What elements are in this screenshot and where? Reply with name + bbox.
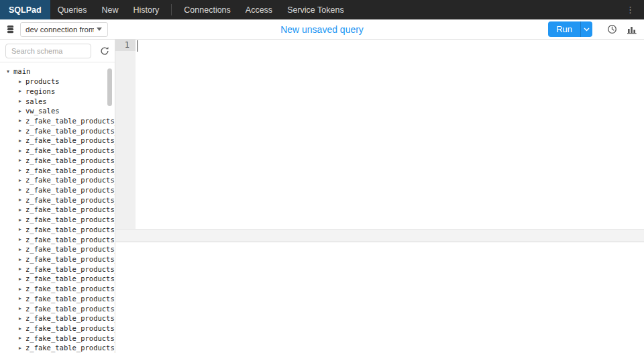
main-pane: 1: [115, 40, 644, 353]
tree-node-table[interactable]: ▸z_fake_table_products_105: [0, 195, 115, 205]
tree-node-table[interactable]: ▸z_fake_table_products_101: [0, 155, 115, 165]
tree-node-table[interactable]: ▸z_fake_table_products_107: [0, 215, 115, 225]
nav-item-history[interactable]: History: [125, 0, 166, 19]
tree-node-table[interactable]: ▸z_fake_table_products_102: [0, 165, 115, 175]
chevron-collapsed-icon[interactable]: ▸: [19, 207, 25, 213]
tree-node-schema[interactable]: ▾ main: [0, 66, 115, 77]
kebab-menu-icon[interactable]: ⋮: [616, 0, 644, 19]
bar-chart-icon: [627, 25, 637, 34]
table-name: z_fake_table_products_109: [25, 236, 115, 244]
chevron-collapsed-icon[interactable]: ▸: [19, 88, 25, 94]
tree-node-table[interactable]: ▸z_fake_table_products_115: [0, 303, 115, 313]
chevron-collapsed-icon[interactable]: ▸: [19, 266, 25, 272]
chevron-collapsed-icon[interactable]: ▸: [19, 256, 25, 262]
schema-tree-list: ▾ main: [0, 66, 115, 77]
table-name: z_fake_table_products_0: [25, 117, 115, 125]
chevron-collapsed-icon[interactable]: ▸: [19, 157, 25, 163]
table-name: z_fake_table_products_107: [25, 215, 115, 223]
tree-node-table[interactable]: ▸z_fake_table_products_10: [0, 136, 115, 146]
search-schema-input[interactable]: [5, 44, 91, 58]
tree-node-table[interactable]: ▸z_fake_table_products_104: [0, 185, 115, 195]
editor-text-area[interactable]: [136, 40, 644, 229]
chevron-collapsed-icon[interactable]: ▸: [19, 295, 25, 301]
table-name: z_fake_table_products_118: [25, 334, 115, 342]
tree-node-table[interactable]: ▸z_fake_table_products_109: [0, 234, 115, 244]
schema-sidebar: ▾ main ▸products▸regions▸sales▸vw_sales▸…: [0, 40, 115, 353]
tree-node-table[interactable]: ▸z_fake_table_products_112: [0, 274, 115, 284]
editor-results-splitter[interactable]: [115, 229, 644, 242]
tree-node-table[interactable]: ▸z_fake_table_products_0: [0, 116, 115, 126]
table-name: z_fake_table_products_112: [25, 274, 115, 283]
table-name: z_fake_table_products_119: [25, 344, 115, 352]
run-dropdown-button[interactable]: [580, 21, 592, 37]
tree-node-table[interactable]: ▸z_fake_table_products_116: [0, 313, 115, 323]
tree-node-table[interactable]: ▸z_fake_table_products_113: [0, 284, 115, 294]
chevron-collapsed-icon[interactable]: ▸: [19, 98, 25, 104]
chevron-collapsed-icon[interactable]: ▸: [19, 177, 25, 183]
query-history-button[interactable]: [607, 24, 617, 34]
table-name: vw_sales: [25, 107, 60, 115]
chevron-collapsed-icon[interactable]: ▸: [19, 315, 25, 321]
chevron-collapsed-icon[interactable]: ▸: [19, 345, 25, 351]
run-button[interactable]: Run: [548, 21, 580, 37]
table-name: z_fake_table_products_105: [25, 196, 115, 204]
schema-name: main: [13, 67, 30, 75]
tree-node-table[interactable]: ▸z_fake_table_products_100: [0, 146, 115, 156]
tree-node-table[interactable]: ▸z_fake_table_products_118: [0, 333, 115, 343]
tree-node-table[interactable]: ▸vw_sales: [0, 106, 115, 116]
tree-node-table[interactable]: ▸z_fake_table_products_1: [0, 125, 115, 136]
chart-button[interactable]: [627, 25, 637, 34]
tree-node-table[interactable]: ▸sales: [0, 96, 115, 106]
tree-node-table[interactable]: ▸z_fake_table_products_111: [0, 264, 115, 274]
chevron-collapsed-icon[interactable]: ▸: [19, 217, 25, 223]
chevron-collapsed-icon[interactable]: ▸: [19, 276, 25, 282]
nav-divider: [171, 4, 172, 15]
tree-node-table[interactable]: ▸z_fake_table_products_106: [0, 205, 115, 215]
connection-select[interactable]: dev connection from conf: [20, 22, 108, 37]
table-name: z_fake_table_products_108: [25, 225, 115, 234]
chevron-collapsed-icon[interactable]: ▸: [19, 335, 25, 341]
chevron-collapsed-icon[interactable]: ▸: [19, 148, 25, 154]
chevron-collapsed-icon[interactable]: ▸: [19, 325, 25, 332]
chevron-collapsed-icon[interactable]: ▸: [19, 138, 25, 144]
chevron-collapsed-icon[interactable]: ▸: [19, 128, 25, 134]
nav-item-new[interactable]: New: [94, 0, 125, 19]
chevron-collapsed-icon[interactable]: ▸: [19, 79, 25, 85]
tree-node-table[interactable]: ▸z_fake_table_products_117: [0, 323, 115, 334]
chevron-collapsed-icon[interactable]: ▸: [19, 187, 25, 193]
refresh-schema-button[interactable]: [100, 46, 109, 56]
chevron-collapsed-icon[interactable]: ▸: [19, 108, 25, 114]
chevron-collapsed-icon[interactable]: ▸: [19, 286, 25, 292]
table-name: z_fake_table_products_100: [25, 146, 115, 154]
chevron-collapsed-icon[interactable]: ▸: [19, 246, 25, 252]
nav-item-connections[interactable]: Connections: [176, 0, 238, 19]
query-toolbar: dev connection from conf New unsaved que…: [0, 19, 644, 40]
chevron-collapsed-icon[interactable]: ▸: [19, 305, 25, 311]
chevron-collapsed-icon[interactable]: ▸: [19, 197, 25, 203]
tree-node-table[interactable]: ▸z_fake_table_products_11: [0, 244, 115, 254]
nav-item-service-tokens[interactable]: Service Tokens: [280, 0, 352, 19]
tree-node-table[interactable]: ▸z_fake_table_products_108: [0, 225, 115, 235]
tree-node-table[interactable]: ▸regions: [0, 86, 115, 96]
chevron-collapsed-icon[interactable]: ▸: [19, 226, 25, 232]
chevron-down-icon: [584, 28, 590, 32]
connection-select-value: dev connection from conf: [25, 26, 94, 34]
chevron-collapsed-icon[interactable]: ▸: [19, 117, 25, 123]
nav-item-access[interactable]: Access: [238, 0, 280, 19]
sidebar-scrollbar-thumb[interactable]: [107, 68, 112, 106]
tree-node-table[interactable]: ▸z_fake_table_products_119: [0, 343, 115, 353]
table-name: z_fake_table_products_11: [25, 245, 115, 253]
tree-node-table[interactable]: ▸z_fake_table_products_114: [0, 294, 115, 304]
query-results-pane: [115, 242, 644, 353]
chevron-collapsed-icon[interactable]: ▸: [19, 236, 25, 242]
editor-cursor: [137, 40, 138, 52]
chevron-expanded-icon[interactable]: ▾: [7, 68, 13, 74]
tree-node-table[interactable]: ▸z_fake_table_products_103: [0, 175, 115, 185]
chevron-collapsed-icon[interactable]: ▸: [19, 167, 25, 173]
nav-item-queries[interactable]: Queries: [50, 0, 95, 19]
schema-tree: ▾ main ▸products▸regions▸sales▸vw_sales▸…: [0, 62, 115, 353]
table-name: z_fake_table_products_115: [25, 305, 115, 313]
tree-node-table[interactable]: ▸z_fake_table_products_110: [0, 254, 115, 264]
tree-node-table[interactable]: ▸products: [0, 77, 115, 87]
brand-sqlpad[interactable]: SQLPad: [0, 0, 50, 19]
